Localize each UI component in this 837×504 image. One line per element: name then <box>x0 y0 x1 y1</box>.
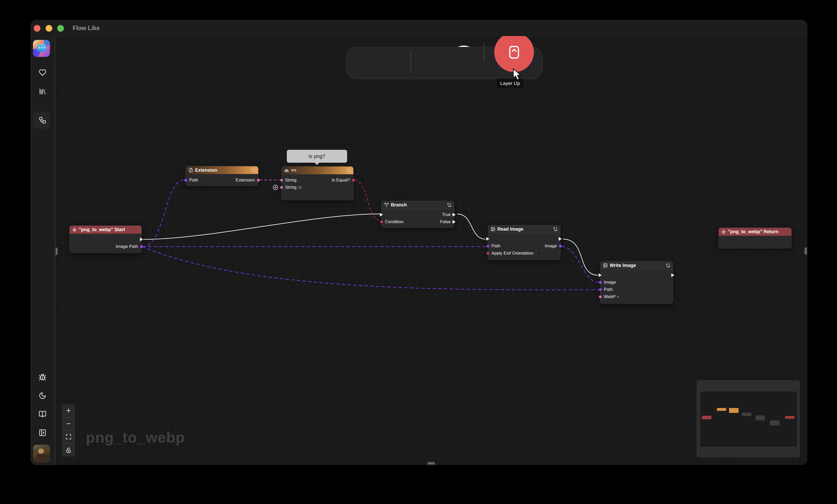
exec-output-pin-false[interactable] <box>452 220 456 224</box>
node-equals[interactable]: == String Is Equal? String <box>281 166 354 200</box>
pin-label: Extension <box>235 178 255 183</box>
node-write-image-header[interactable]: Write Image <box>601 262 673 269</box>
exec-input-pin[interactable] <box>486 237 489 241</box>
panel-right-icon <box>39 429 47 436</box>
sidebar-item-debug[interactable] <box>31 373 55 381</box>
add-default-value-button[interactable] <box>272 184 279 190</box>
output-pin-is-equal[interactable] <box>352 179 355 182</box>
node-read-image-header[interactable]: Read Image <box>488 225 560 233</box>
node-comment-bubble[interactable]: is png? <box>287 150 347 163</box>
minimap-node <box>770 421 780 426</box>
node-start-header[interactable]: "png_to_webp" Start <box>70 226 141 234</box>
input-pin-path[interactable] <box>599 288 602 291</box>
minus-icon <box>66 421 72 427</box>
pin-label: Image Path <box>116 244 138 249</box>
input-pin-condition[interactable] <box>380 221 383 223</box>
circle-x-icon[interactable] <box>298 186 302 189</box>
apply-exif-checkbox[interactable] <box>536 251 541 256</box>
whole-word-icon <box>284 168 289 173</box>
minimap-node <box>755 415 765 421</box>
minimap-node <box>729 408 738 413</box>
minimap-node <box>742 413 751 416</box>
minimap[interactable] <box>697 380 800 458</box>
exec-output-pin[interactable] <box>559 237 562 241</box>
close-button[interactable] <box>34 25 40 32</box>
sidebar-item-favorites[interactable] <box>31 69 55 76</box>
sidebar-item-docs[interactable] <box>31 410 55 418</box>
input-pin-format[interactable] <box>599 296 602 298</box>
input-pin-path[interactable] <box>184 179 187 182</box>
pin-label: Image <box>545 243 557 249</box>
input-pin-string-2[interactable] <box>280 186 283 189</box>
input-pin-path[interactable] <box>486 245 489 248</box>
node-title: Write Image <box>610 263 636 268</box>
minimap-node <box>785 416 795 419</box>
scroll-icon <box>447 203 451 207</box>
window-title: Flow Like <box>73 25 100 32</box>
wire-path-start-extension <box>142 180 184 247</box>
input-pin-apply-exif[interactable] <box>486 252 489 255</box>
app-logo[interactable] <box>33 40 50 57</box>
node-return[interactable]: "png_to_webp" Return <box>718 227 791 248</box>
sidebar-item-expand-panel[interactable] <box>31 429 55 436</box>
image-icon <box>491 227 495 231</box>
exec-input-pin[interactable] <box>380 213 383 217</box>
zoom-out-button[interactable] <box>62 417 75 430</box>
desktop-background: Flow Like <box>0 0 837 504</box>
node-read-image[interactable]: Read Image Path Image <box>488 225 560 260</box>
zoom-window-button[interactable] <box>57 25 64 32</box>
layer-up-button[interactable] <box>494 33 534 72</box>
flow-canvas[interactable]: png_to_webp <box>55 36 807 465</box>
wire-exec-read-write <box>563 239 598 275</box>
sidebar-item-library[interactable] <box>31 88 55 95</box>
output-pin-image-path[interactable] <box>140 245 143 248</box>
node-start[interactable]: "png_to_webp" Start Image Path <box>69 225 142 253</box>
right-panel-handle[interactable] <box>804 247 807 255</box>
mouse-cursor <box>513 68 522 81</box>
book-open-icon <box>39 410 47 418</box>
scroll-icon <box>251 168 256 172</box>
exec-output-pin-true[interactable] <box>452 213 456 217</box>
input-pin-string-1[interactable] <box>280 179 283 182</box>
sidebar-divider <box>55 36 55 465</box>
pin-label: Image <box>604 280 616 285</box>
node-title: "png_to_webp" Start <box>79 227 125 232</box>
file-input-icon <box>189 168 193 172</box>
sidebar-item-theme[interactable] <box>31 392 55 399</box>
exec-input-pin[interactable] <box>599 273 602 277</box>
plus-icon <box>66 408 72 414</box>
lock-button[interactable] <box>62 444 75 456</box>
bug-icon <box>39 373 47 381</box>
output-pin-extension[interactable] <box>257 179 260 182</box>
node-extension-header[interactable]: Extension <box>186 166 258 174</box>
pin-label: String <box>285 178 296 183</box>
library-icon <box>39 88 47 95</box>
node-return-header[interactable]: "png_to_webp" Return <box>719 228 791 236</box>
minimize-button[interactable] <box>46 25 52 32</box>
node-branch-header[interactable]: Branch <box>382 201 454 209</box>
bottom-panel-handle[interactable] <box>427 462 435 465</box>
toolbar-divider <box>410 52 411 72</box>
zoom-in-button[interactable] <box>62 404 75 417</box>
node-equals-header[interactable]: == <box>282 167 353 174</box>
pin-label: WebP <box>604 294 616 299</box>
wire-exec-start-branch <box>143 214 380 239</box>
input-pin-image[interactable] <box>599 281 602 284</box>
node-branch[interactable]: Branch True Condition False <box>381 201 454 228</box>
scroll-icon <box>346 168 351 173</box>
user-avatar[interactable] <box>33 445 50 463</box>
node-write-image[interactable]: Write Image Image Path <box>600 261 673 304</box>
output-pin-image[interactable] <box>559 245 562 248</box>
exec-output-pin[interactable] <box>671 273 674 277</box>
fit-view-button[interactable] <box>62 430 75 444</box>
heart-icon <box>39 69 47 76</box>
moon-icon <box>39 392 47 399</box>
exec-output-pin[interactable] <box>140 238 143 241</box>
node-extension[interactable]: Extension Path Extension <box>185 166 259 186</box>
node-title: Read Image <box>497 226 523 232</box>
scroll-icon <box>553 227 558 231</box>
minimap-node <box>702 416 712 419</box>
sidebar-item-flows[interactable] <box>31 116 55 124</box>
chevron-down-icon[interactable] <box>616 295 620 299</box>
pin-label: False <box>440 219 451 224</box>
